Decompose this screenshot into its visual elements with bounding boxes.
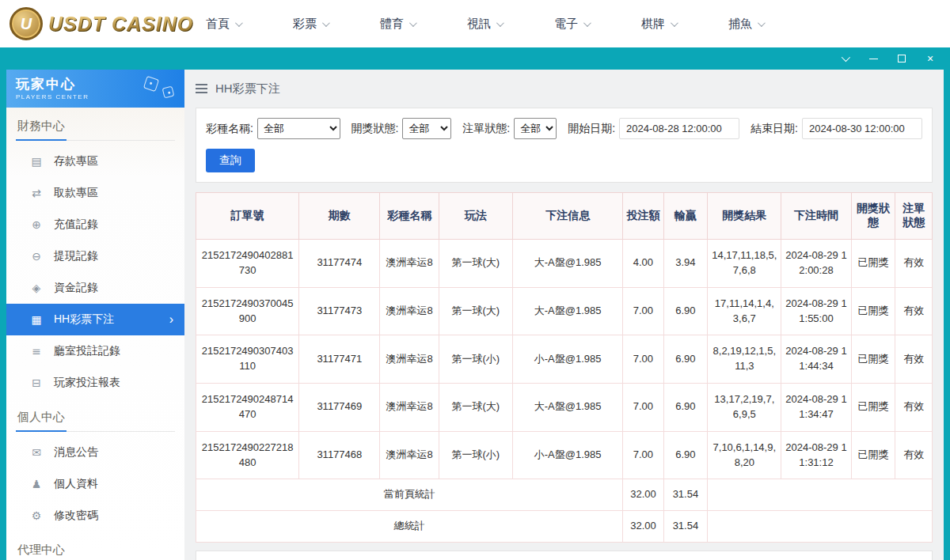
maximize-icon xyxy=(898,55,906,62)
nav-item-4[interactable]: 電子 xyxy=(554,10,589,38)
table-cell: 7.00 xyxy=(623,431,663,479)
sidebar-item-funds-record[interactable]: ◈資金記錄 xyxy=(6,272,184,304)
sidebar-item-label: 修改密碼 xyxy=(54,509,98,523)
hamburger-icon[interactable] xyxy=(196,81,207,96)
end-date-input[interactable] xyxy=(802,118,922,139)
sidebar-section-label: 代理中心 xyxy=(16,543,175,560)
summary-winloss-total: 31.54 xyxy=(663,479,708,511)
table-cell: 大-A盤@1.985 xyxy=(512,384,623,432)
table-cell: 2152172490307403110 xyxy=(196,335,299,384)
nav-item-2[interactable]: 體育 xyxy=(380,10,415,38)
sidebar: 玩家中心 PLAYERS CENTER 財務中心▤存款專區⇄取款專區⊕充值記錄⊖… xyxy=(6,70,184,560)
page-summary-row: 當前頁統計32.0031.54 xyxy=(196,479,933,511)
nav-item-5[interactable]: 棋牌 xyxy=(641,10,676,38)
player-report-icon: ⊟ xyxy=(30,376,43,389)
table-cell: 第一球(大) xyxy=(439,287,512,335)
sidebar-item-withdraw[interactable]: ⇄取款專區 xyxy=(6,177,184,209)
table-cell: 31177473 xyxy=(299,287,380,335)
sidebar-item-password[interactable]: ⚙修改密碼 xyxy=(6,500,184,532)
table-cell: 有效 xyxy=(895,384,933,432)
close-button[interactable]: × xyxy=(922,51,939,66)
table-footer: 每頁顯示20條 共5条 首页 上一页 1 下一页 第 页 跳转 xyxy=(196,551,933,560)
table-cell: 6.90 xyxy=(663,287,708,335)
chevron-down-icon xyxy=(235,19,243,27)
page-title: HH彩票下注 xyxy=(215,81,280,96)
summary-bet-total: 32.00 xyxy=(623,511,663,543)
bets-table: 訂單號期數彩種名稱玩法下注信息投注額輸贏開獎結果下注時間開獎狀態注單狀態 215… xyxy=(196,192,933,543)
table-cell: 大-A盤@1.985 xyxy=(512,240,623,288)
sidebar-item-recharge-record[interactable]: ⊕充值記錄 xyxy=(6,209,184,240)
table-cell: 31177469 xyxy=(299,384,380,432)
table-cell: 大-A盤@1.985 xyxy=(512,287,623,335)
table-row: 215217249030740311031177471澳洲幸运8第一球(小)小-… xyxy=(196,335,933,384)
table-cell: 已開獎 xyxy=(851,287,895,335)
sidebar-item-room-bet-record[interactable]: ≡廳室投註記錄 xyxy=(6,335,184,367)
sidebar-item-announcement[interactable]: ✉消息公告 xyxy=(6,437,184,468)
table-cell: 17,11,14,1,4,3,6,7 xyxy=(708,287,781,335)
table-row: 215217249024871447031177469澳洲幸运8第一球(大)大-… xyxy=(196,384,933,432)
nav-item-0[interactable]: 首頁 xyxy=(206,10,241,38)
table-cell: 31177468 xyxy=(299,431,380,479)
sidebar-item-label: 消息公告 xyxy=(54,445,98,460)
table-row: 215217249040288173031177474澳洲幸运8第一球(大)大-… xyxy=(196,240,933,288)
nav-item-6[interactable]: 捕魚 xyxy=(728,10,763,38)
lottery-bet-icon: ▦ xyxy=(30,313,43,326)
lottery-name-select[interactable]: 全部 xyxy=(257,118,340,139)
app-window: × 玩家中心 PLAYERS CENTER 財務中心▤存款專區⇄取款專區⊕充值記… xyxy=(0,47,950,560)
column-header: 訂單號 xyxy=(196,193,299,240)
table-cell: 2024-08-29 11:34:47 xyxy=(781,384,851,432)
table-cell: 7.00 xyxy=(623,287,663,335)
sidebar-item-deposit[interactable]: ▤存款專區 xyxy=(6,146,184,177)
nav-item-label: 首頁 xyxy=(206,17,230,32)
order-status-select[interactable]: 全部 xyxy=(514,118,557,139)
minimize-button[interactable] xyxy=(864,51,882,66)
table-cell: 有效 xyxy=(895,240,933,288)
nav-item-label: 電子 xyxy=(554,17,578,32)
start-date-input[interactable] xyxy=(619,118,739,139)
maximize-button[interactable] xyxy=(893,51,910,66)
sidebar-item-lottery-bet[interactable]: ▦HH彩票下注› xyxy=(6,304,184,335)
password-icon: ⚙ xyxy=(30,509,43,522)
sidebar-item-label: 個人資料 xyxy=(54,477,98,491)
top-header: U USDT CASINO 首頁彩票體育視訊電子棋牌捕魚 xyxy=(0,0,950,47)
sidebar-item-profile[interactable]: ♟個人資料 xyxy=(6,468,184,500)
logo[interactable]: U USDT CASINO xyxy=(10,7,206,40)
table-cell: 31177474 xyxy=(299,240,380,288)
sidebar-menu: 財務中心▤存款專區⇄取款專區⊕充值記錄⊖提現記錄◈資金記錄▦HH彩票下注›≡廳室… xyxy=(6,119,184,560)
top-nav: 首頁彩票體育視訊電子棋牌捕魚 xyxy=(206,10,815,38)
table-cell: 2024-08-29 11:44:34 xyxy=(781,335,851,384)
table-cell: 第一球(小) xyxy=(439,431,512,479)
table-cell: 4.00 xyxy=(623,240,663,288)
column-header: 開獎狀態 xyxy=(851,193,895,240)
logo-text: USDT CASINO xyxy=(48,13,193,36)
nav-item-1[interactable]: 彩票 xyxy=(293,10,328,38)
search-button[interactable]: 查詢 xyxy=(206,149,255,172)
sidebar-item-withdrawal-record[interactable]: ⊖提現記錄 xyxy=(6,240,184,272)
sidebar-item-label: 資金記錄 xyxy=(54,281,98,295)
nav-item-label: 體育 xyxy=(380,17,404,32)
draw-status-select[interactable]: 全部 xyxy=(402,118,451,139)
column-header: 玩法 xyxy=(439,193,512,240)
table-cell: 2152172490227218480 xyxy=(196,431,299,479)
nav-item-3[interactable]: 視訊 xyxy=(467,10,502,38)
chevron-down-icon xyxy=(322,19,330,27)
funds-record-icon: ◈ xyxy=(30,282,43,294)
chevron-down-icon xyxy=(758,19,766,27)
withdraw-icon: ⇄ xyxy=(30,187,43,199)
table-row: 215217249037004590031177473澳洲幸运8第一球(大)大-… xyxy=(196,287,933,335)
table-cell: 2152172490248714470 xyxy=(196,384,299,432)
table-cell: 2024-08-29 11:55:00 xyxy=(781,287,851,335)
sidebar-item-label: 廳室投註記錄 xyxy=(54,344,120,358)
players-center-header: 玩家中心 PLAYERS CENTER xyxy=(6,70,184,108)
table-cell: 7.00 xyxy=(623,335,663,384)
players-center-subtitle: PLAYERS CENTER xyxy=(16,93,175,100)
collapse-button[interactable] xyxy=(836,51,853,66)
table-cell: 有效 xyxy=(895,287,933,335)
sidebar-item-player-report[interactable]: ⊟玩家投注報表 xyxy=(6,367,184,399)
table-cell: 第一球(小) xyxy=(439,335,512,384)
table-cell: 6.90 xyxy=(663,384,708,432)
sidebar-section-label: 個人中心 xyxy=(16,410,175,432)
start-date-label: 開始日期: xyxy=(568,122,615,136)
table-cell: 小-A盤@1.985 xyxy=(512,431,623,479)
column-header: 注單狀態 xyxy=(895,193,933,240)
